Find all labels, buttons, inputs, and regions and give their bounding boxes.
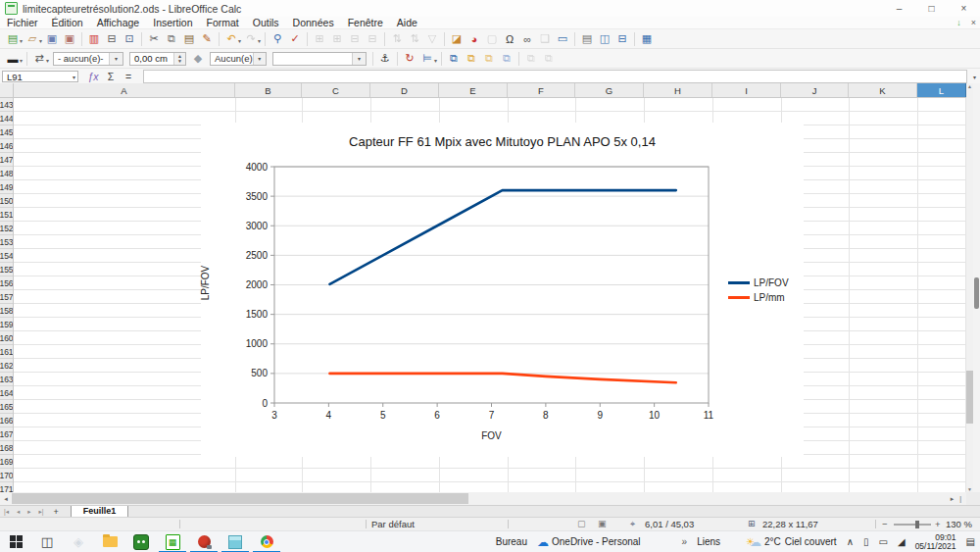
selection-mode-icon[interactable]: ▢ bbox=[577, 519, 586, 528]
row-header-166[interactable]: 166 bbox=[0, 414, 13, 427]
sidebar-show-handle[interactable] bbox=[974, 277, 979, 309]
row-header-163[interactable]: 163 bbox=[0, 373, 13, 386]
column-header-I[interactable]: I bbox=[712, 83, 781, 97]
insert-image-icon[interactable]: ◪ bbox=[448, 31, 466, 47]
menu-outils[interactable]: Outils bbox=[246, 17, 286, 28]
arrow-style-dropdown-icon[interactable]: ▾ bbox=[46, 57, 49, 64]
embedded-chart[interactable]: Capteur FF 61 Mpix avec Mitutoyo PLAN AP… bbox=[201, 123, 804, 457]
export-pdf-icon[interactable]: ▥ bbox=[85, 31, 103, 47]
row-header-145[interactable]: 145 bbox=[0, 125, 13, 139]
bring-forward-icon[interactable]: ⧉ bbox=[463, 51, 480, 67]
zoom-slider-thumb[interactable] bbox=[915, 521, 919, 528]
scroll-right-icon[interactable]: ▸ bbox=[948, 495, 957, 503]
menu-aide[interactable]: Aide bbox=[390, 17, 424, 28]
row-header-170[interactable]: 170 bbox=[0, 469, 13, 482]
cut-icon[interactable]: ✂ bbox=[145, 31, 163, 47]
find-replace-icon[interactable]: ⚲ bbox=[269, 31, 286, 47]
row-header-158[interactable]: 158 bbox=[0, 304, 13, 318]
row-header-157[interactable]: 157 bbox=[0, 290, 13, 304]
column-header-H[interactable]: H bbox=[644, 83, 712, 97]
column-header-G[interactable]: G bbox=[575, 83, 644, 97]
send-to-back-icon[interactable]: ⧉ bbox=[498, 51, 515, 67]
close-document-icon[interactable]: × bbox=[971, 17, 976, 28]
phone-icon[interactable]: ▯ bbox=[863, 536, 869, 547]
line-width-spinner-stepper[interactable]: ▲▼ bbox=[173, 53, 185, 65]
onedrive-icon[interactable]: ☁ bbox=[537, 535, 549, 549]
print-icon[interactable]: ⊟ bbox=[103, 31, 121, 47]
row-header-154[interactable]: 154 bbox=[0, 249, 13, 263]
previous-sheet-button[interactable]: ◂ bbox=[13, 508, 24, 516]
rotate-icon[interactable]: ↻ bbox=[401, 51, 418, 67]
column-header-C[interactable]: C bbox=[302, 83, 370, 97]
page-style-field[interactable]: Par défaut bbox=[371, 519, 415, 529]
sheet-grid-lines-icon[interactable]: ▦ bbox=[638, 31, 656, 47]
document-modified-icon[interactable]: ▣ bbox=[598, 519, 607, 528]
row-header-148[interactable]: 148 bbox=[0, 167, 13, 180]
row-header-168[interactable]: 168 bbox=[0, 441, 13, 455]
toolbar-chevron[interactable]: » bbox=[682, 536, 688, 547]
line-style-dropdown-icon[interactable]: ▾ bbox=[20, 57, 23, 64]
start-button[interactable] bbox=[0, 531, 31, 552]
name-box-dropdown-icon[interactable]: ▾ bbox=[73, 74, 77, 80]
sheet-tab-feuille1[interactable]: Feuille1 bbox=[71, 506, 129, 518]
formula-input[interactable] bbox=[143, 70, 967, 83]
row-header-169[interactable]: 169 bbox=[0, 455, 13, 469]
weather-cloud-icon[interactable]: ☁ bbox=[750, 535, 761, 549]
row-header-165[interactable]: 165 bbox=[0, 400, 13, 414]
scroll-left-icon[interactable]: ◂ bbox=[0, 495, 12, 503]
file-explorer[interactable] bbox=[94, 531, 125, 552]
zoom-in-button[interactable]: + bbox=[935, 519, 941, 529]
function-wizard-icon[interactable]: ƒx bbox=[84, 71, 102, 82]
task-view-button[interactable]: ◫ bbox=[31, 531, 63, 552]
save-as-icon[interactable]: ▣ bbox=[61, 31, 78, 47]
horizontal-scrollbar[interactable]: ◂ ▸ | bbox=[0, 492, 966, 505]
photo-app[interactable] bbox=[188, 531, 220, 552]
horizontal-scroll-thumb[interactable] bbox=[12, 493, 468, 504]
sum-icon[interactable]: Σ bbox=[102, 71, 120, 82]
row-header-167[interactable]: 167 bbox=[0, 427, 13, 441]
minimize-button[interactable]: – bbox=[883, 0, 915, 17]
row-header-152[interactable]: 152 bbox=[0, 222, 13, 235]
insert-chart-icon[interactable]: ◕ bbox=[466, 31, 483, 47]
menu-affichage[interactable]: Affichage bbox=[90, 17, 147, 28]
links-label[interactable]: Liens bbox=[697, 536, 720, 547]
cube-app[interactable] bbox=[220, 531, 251, 552]
clone-formatting-icon[interactable]: ✎ bbox=[198, 31, 216, 47]
area-style-select-dropdown-icon[interactable]: ▾ bbox=[253, 53, 266, 65]
menu-insertion[interactable]: Insertion bbox=[146, 17, 199, 28]
expand-formula-bar-icon[interactable]: ▾ bbox=[969, 74, 980, 80]
new-document-dropdown-icon[interactable]: ▾ bbox=[20, 37, 23, 44]
close-button[interactable]: × bbox=[948, 0, 980, 17]
weather-desc[interactable]: Ciel couvert bbox=[785, 536, 837, 547]
row-header-159[interactable]: 159 bbox=[0, 318, 13, 331]
area-fill-select[interactable]: ▾ bbox=[272, 52, 367, 66]
area-style-select[interactable]: Aucun(e)▾ bbox=[210, 52, 267, 66]
undo-dropdown-icon[interactable]: ▾ bbox=[238, 37, 241, 44]
menu-données[interactable]: Données bbox=[286, 17, 341, 28]
network-icon[interactable]: ◢ bbox=[898, 536, 906, 547]
row-header-155[interactable]: 155 bbox=[0, 263, 13, 276]
select-all-corner[interactable] bbox=[0, 83, 14, 98]
dropbox-icon[interactable]: ◈ bbox=[63, 531, 94, 552]
add-sheet-button[interactable]: + bbox=[47, 507, 64, 517]
sheet-grid[interactable]: Capteur FF 61 Mpix avec Mitutoyo PLAN AP… bbox=[14, 98, 966, 492]
line-color-icon[interactable]: ◆ bbox=[189, 51, 207, 67]
spelling-icon[interactable]: ✓ bbox=[286, 31, 304, 47]
copy-icon[interactable]: ⧉ bbox=[163, 31, 180, 47]
row-header-156[interactable]: 156 bbox=[0, 276, 13, 290]
zoom-slider[interactable] bbox=[894, 524, 931, 526]
weather-temp[interactable]: 2°C bbox=[764, 536, 781, 547]
area-fill-select-dropdown-icon[interactable]: ▾ bbox=[352, 53, 366, 65]
row-header-150[interactable]: 150 bbox=[0, 194, 13, 208]
maximize-button[interactable]: □ bbox=[915, 0, 948, 17]
row-header-149[interactable]: 149 bbox=[0, 180, 13, 194]
libreoffice-calc[interactable]: ▦ bbox=[157, 531, 188, 552]
name-box[interactable]: L91 ▾ bbox=[2, 71, 78, 82]
line-style-select-dropdown-icon[interactable]: ▾ bbox=[109, 53, 122, 65]
column-header-B[interactable]: B bbox=[235, 83, 302, 97]
column-header-E[interactable]: E bbox=[439, 83, 508, 97]
last-sheet-button[interactable]: ▸| bbox=[34, 508, 47, 516]
open-dropdown-icon[interactable]: ▾ bbox=[39, 37, 42, 44]
update-available-icon[interactable]: ↓ bbox=[956, 17, 961, 28]
menu-fenêtre[interactable]: Fenêtre bbox=[341, 17, 390, 28]
